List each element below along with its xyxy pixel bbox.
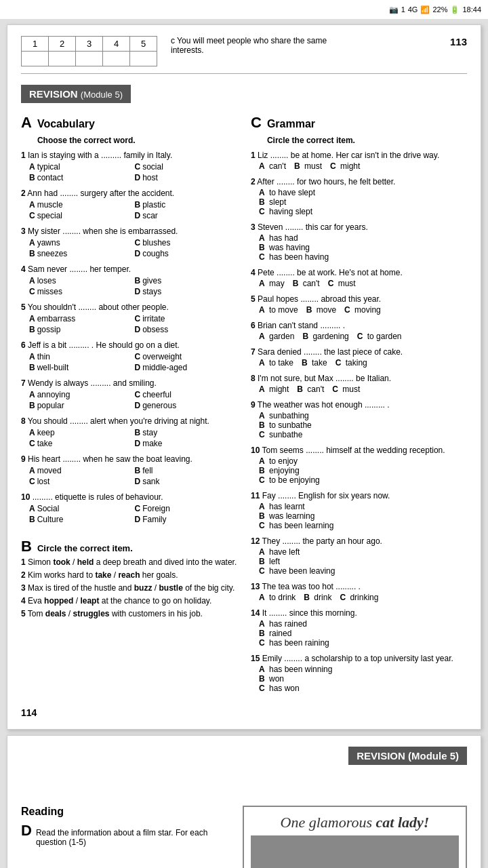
option-A: A garden bbox=[259, 332, 294, 341]
option-C: C drinking bbox=[340, 593, 378, 602]
status-icons: 📷 1 4G 📶 22% 🔋 18:44 bbox=[389, 5, 481, 14]
b-item-4: 4 Eva hopped / leapt at the chance to go… bbox=[21, 596, 237, 606]
section-b-label: B bbox=[21, 538, 32, 555]
page-113: 1 2 3 4 5 c You will meet people who sha… bbox=[7, 24, 481, 730]
section-d: D Read the information about a film star… bbox=[21, 822, 229, 852]
grammar-question-10: 10 Tom seems ........ himself at the wed… bbox=[251, 446, 467, 485]
option-D: Dsank bbox=[135, 477, 238, 486]
grammar-question-12: 12 They ........ the party an hour ago.A… bbox=[251, 536, 467, 576]
option-B: Bsneezes bbox=[29, 249, 132, 258]
vocab-question-7: 7 Wendy is always ......... and smiling.… bbox=[21, 378, 237, 410]
option-D: Dmiddle-aged bbox=[135, 363, 238, 372]
option-C: Clost bbox=[29, 477, 132, 486]
section-d-label: D bbox=[21, 822, 32, 840]
option-C: Ctake bbox=[29, 439, 132, 448]
option-A: A has rained bbox=[259, 619, 467, 629]
vocabulary-section: A Vocabulary Choose the correct word. 1 … bbox=[21, 114, 237, 699]
vocab-question-10: 10 ......... etiquette is rules of behav… bbox=[21, 492, 237, 524]
option-B: B gardening bbox=[302, 332, 348, 341]
vocab-question-8: 8 You should ........ alert when you're … bbox=[21, 416, 237, 448]
option-C: C have been leaving bbox=[259, 566, 467, 576]
vocab-question-5: 5 You shouldn't ........ about other peo… bbox=[21, 302, 237, 334]
option-D: Dscar bbox=[135, 211, 238, 220]
col-4: 4 bbox=[103, 37, 130, 52]
grammar-question-4: 4 Pete ........ be at work. He's not at … bbox=[251, 268, 467, 288]
option-A: A to enjoy bbox=[259, 456, 467, 466]
option-A: Akeep bbox=[29, 428, 132, 437]
col-5: 5 bbox=[130, 37, 157, 52]
b-item-2: 2 Kim works hard to take / reach her goa… bbox=[21, 570, 237, 580]
col-3: 3 bbox=[76, 37, 103, 52]
vocab-question-9: 9 His heart ........ when he saw the boa… bbox=[21, 454, 237, 486]
cat-image bbox=[251, 835, 459, 868]
option-C: C having slept bbox=[259, 207, 467, 216]
page-number-top: 113 bbox=[361, 36, 467, 47]
vocab-question-2: 2 Ann had ........ surgery after the acc… bbox=[21, 189, 237, 220]
option-A: A has learnt bbox=[259, 502, 467, 511]
option-B: B slept bbox=[259, 197, 467, 207]
option-A: ASocial bbox=[29, 504, 132, 513]
option-D: Dstays bbox=[135, 287, 238, 296]
camera-icon: 📷 bbox=[389, 5, 399, 14]
page-number-bottom: 114 bbox=[21, 707, 467, 718]
vocab-question-1: 1 Ian is staying with a ......... family… bbox=[21, 151, 237, 182]
option-A: A might bbox=[259, 384, 289, 394]
reading-title: Reading bbox=[21, 806, 229, 818]
option-B: BCulture bbox=[29, 515, 132, 524]
option-A: A has been winning bbox=[259, 665, 467, 674]
top-section: 1 2 3 4 5 c You will meet people who sha… bbox=[21, 36, 467, 66]
option-C: C to garden bbox=[357, 332, 402, 341]
vocab-question-4: 4 Sam never ........ her temper.AlosesBg… bbox=[21, 264, 237, 296]
option-A: Amuscle bbox=[29, 200, 132, 210]
option-B: B rained bbox=[259, 629, 467, 638]
option-A: A to drink bbox=[259, 593, 296, 602]
option-B: Bwell-built bbox=[29, 363, 132, 372]
vocabulary-title: Vocabulary bbox=[37, 118, 136, 130]
grammar-question-13: 13 The tea was too hot ......... .A to d… bbox=[251, 582, 467, 602]
network-icon: 4G bbox=[408, 5, 418, 14]
option-A: A sunbathing bbox=[259, 411, 467, 420]
reading-section: Reading D Read the information about a f… bbox=[21, 806, 229, 868]
option-B: B to sunbathe bbox=[259, 420, 467, 430]
option-B: B was learning bbox=[259, 511, 467, 521]
option-D: Dmake bbox=[135, 439, 238, 448]
reading-instruction: Read the information about a film star. … bbox=[36, 828, 229, 847]
option-B: Bgives bbox=[135, 276, 238, 285]
option-A: A has had bbox=[259, 233, 467, 243]
option-C: Coverweight bbox=[135, 352, 238, 361]
grammar-question-8: 8 I'm not sure, but Max ........ be Ital… bbox=[251, 374, 467, 394]
option-A: A may bbox=[259, 279, 285, 288]
option-A: A to have slept bbox=[259, 188, 467, 197]
option-C: C must bbox=[332, 384, 360, 394]
grammar-section: C Grammar Circle the correct item. 1 Liz… bbox=[251, 114, 467, 699]
option-C: C taking bbox=[336, 358, 367, 368]
option-A: Aannoying bbox=[29, 390, 132, 399]
option-A: A have left bbox=[259, 547, 467, 557]
option-C: C sunbathe bbox=[259, 430, 467, 439]
vocab-question-6: 6 Jeff is a bit ......... . He should go… bbox=[21, 340, 237, 372]
option-A: A to move bbox=[259, 305, 298, 315]
option-A: A to take bbox=[259, 358, 293, 368]
option-B: Bplastic bbox=[135, 200, 238, 210]
ans-1 bbox=[22, 52, 49, 66]
grammar-question-9: 9 The weather was hot enough ......... .… bbox=[251, 400, 467, 439]
b-item-3: 3 Max is tired of the hustle and buzz / … bbox=[21, 583, 237, 593]
grammar-instruction: Circle the correct item. bbox=[267, 136, 355, 145]
option-A: Atypical bbox=[29, 162, 132, 172]
option-D: Dgenerous bbox=[135, 401, 238, 410]
option-C: Cirritate bbox=[135, 314, 238, 323]
option-B: Bstay bbox=[135, 428, 238, 437]
battery-percent: 22% bbox=[432, 5, 447, 14]
option-A: Aloses bbox=[29, 276, 132, 285]
grammar-question-14: 14 It ........ since this morning.A has … bbox=[251, 608, 467, 648]
option-A: A can't bbox=[259, 161, 286, 171]
option-D: Dhost bbox=[135, 173, 238, 182]
option-B: B take bbox=[302, 358, 327, 368]
option-B: B can't bbox=[297, 384, 324, 394]
vocab-instruction: Choose the correct word. bbox=[37, 136, 136, 145]
option-D: Dcoughs bbox=[135, 249, 238, 258]
option-B: B was having bbox=[259, 243, 467, 252]
option-B: B left bbox=[259, 557, 467, 566]
option-C: C moving bbox=[344, 305, 381, 315]
option-A: Ayawns bbox=[29, 238, 132, 248]
